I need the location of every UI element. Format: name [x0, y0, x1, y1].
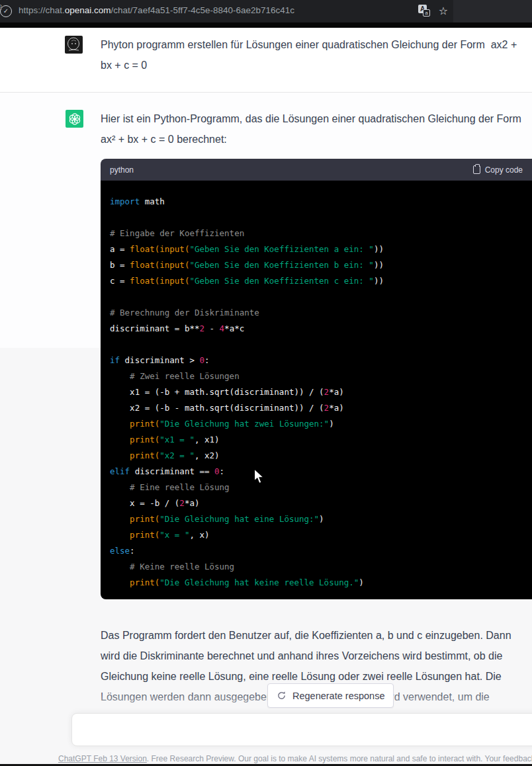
assistant-message-row: Hier ist ein Python-Programm, das die Lö… — [0, 92, 532, 764]
code-line: discriminant = b**2 - 4*a*c — [110, 321, 532, 337]
star-bookmark-icon[interactable]: ☆ — [437, 5, 450, 18]
code-block-header: python Copy code — [101, 159, 532, 181]
code-line — [110, 289, 532, 305]
url-text[interactable]: https://chat.openai.com/chat/7aef4a51-5f… — [19, 5, 294, 15]
footer-disclaimer: ChatGPT Feb 13 Version. Free Research Pr… — [58, 754, 532, 763]
url-prefix: https://chat. — [19, 5, 65, 15]
browser-address-bar[interactable]: 2 https://chat.openai.com/chat/7aef4a51-… — [0, 0, 532, 22]
regenerate-response-button[interactable]: Regenerate response — [267, 683, 394, 708]
code-block: python Copy code import math # Eingabe d… — [101, 159, 532, 599]
code-line: b = float(input("Geben Sie den Koeffizie… — [110, 257, 532, 273]
code-language-label: python — [110, 165, 473, 175]
code-line: print("x = ", x) — [110, 527, 532, 543]
code-line: elif discriminant == 0: — [110, 464, 532, 480]
code-line: # Zwei reelle Lösungen — [110, 368, 532, 384]
browser-chrome-divider — [0, 22, 532, 28]
code-line: c = float(input("Geben Sie den Koeffizie… — [110, 273, 532, 289]
user-avatar — [65, 36, 83, 54]
chatgpt-avatar — [66, 110, 83, 128]
code-line: # Keine reelle Lösung — [110, 559, 532, 575]
code-line: import math — [110, 194, 532, 210]
code-line: a = float(input("Geben Sie den Koeffizie… — [110, 241, 532, 257]
code-body: import math # Eingabe der Koeffizientena… — [101, 181, 532, 599]
refresh-icon — [277, 691, 287, 701]
copy-code-label: Copy code — [485, 165, 523, 175]
code-line: # Berechnung der Diskriminante — [110, 305, 532, 321]
code-line: print("x2 = ", x2) — [110, 448, 532, 464]
cutoff-left-glyph: 2 — [0, 3, 2, 11]
user-avatar-doodle — [65, 36, 83, 54]
user-message-text: Phyton programm erstellen für Lösungen e… — [101, 34, 529, 75]
chat-input[interactable] — [71, 713, 532, 746]
code-line: # Eingabe der Koeffizienten — [110, 226, 532, 241]
footer-text: . Free Research Preview. Our goal is to … — [147, 754, 532, 763]
openai-logo-icon — [68, 112, 81, 126]
clipboard-icon — [473, 165, 480, 174]
code-line — [110, 210, 532, 226]
version-link[interactable]: ChatGPT Feb 13 Version — [58, 754, 147, 763]
code-line: print("x1 = ", x1) — [110, 432, 532, 448]
code-line: x2 = (-b - math.sqrt(discriminant)) / (2… — [110, 400, 532, 416]
copy-code-button[interactable]: Copy code — [473, 165, 523, 175]
code-line: # Eine reelle Lösung — [110, 480, 532, 495]
translate-icon[interactable]: A a — [418, 5, 431, 18]
code-line: print("Die Gleichung hat zwei Lösungen:"… — [110, 416, 532, 432]
code-line: x1 = (-b + math.sqrt(discriminant)) / (2… — [110, 384, 532, 400]
regenerate-response-label: Regenerate response — [292, 691, 384, 701]
code-line: else: — [110, 543, 532, 559]
assistant-intro-text: Hier ist ein Python-Programm, das die Lö… — [101, 108, 529, 149]
code-line: print("Die Gleichung hat keine reelle Lö… — [110, 575, 532, 591]
screenshot-stage: 2 https://chat.openai.com/chat/7aef4a51-… — [0, 0, 532, 766]
chatgpt-page: Phyton programm erstellen für Lösungen e… — [0, 28, 532, 764]
url-path: /chat/7aef4a51-5ff7-4c5e-8840-6ae2b716c4… — [111, 5, 294, 15]
code-line: if discriminant > 0: — [110, 353, 532, 368]
url-domain: openai.com — [65, 5, 111, 15]
code-line — [110, 337, 532, 353]
code-line: print("Die Gleichung hat eine Lösung:") — [110, 511, 532, 527]
user-message-row: Phyton programm erstellen für Lösungen e… — [0, 28, 532, 92]
code-line: x = -b / (2*a) — [110, 495, 532, 511]
